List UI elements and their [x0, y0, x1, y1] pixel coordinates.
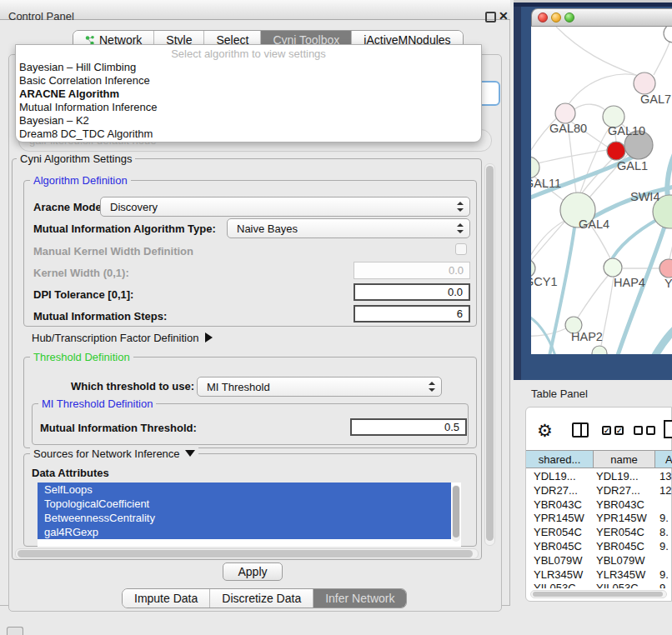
table-cell: YLR345W	[596, 568, 645, 581]
table-row[interactable]: YDR27...YDR27...12	[526, 483, 672, 498]
aracne-mode-select[interactable]: Discovery	[100, 197, 470, 217]
sources-group-title[interactable]: Sources for Network Inference	[30, 448, 198, 460]
table-row[interactable]: YDL19...YDL19...13	[526, 469, 672, 483]
expanded-arrow-icon	[185, 450, 195, 457]
table-row[interactable]: YBL079WYBL079W	[526, 553, 672, 568]
table-header-name[interactable]: name	[594, 450, 655, 468]
zoom-traffic-light[interactable]	[564, 12, 574, 22]
which-threshold-label: Which threshold to use:	[71, 380, 194, 392]
network-node[interactable]	[634, 72, 655, 94]
mi-algorithm-type-select[interactable]: Naive Bayes	[227, 218, 470, 238]
network-edge[interactable]	[654, 40, 670, 75]
table-cell: YER054C	[534, 526, 582, 538]
table-horizontal-scrollbar[interactable]	[530, 590, 667, 598]
network-node[interactable]	[659, 259, 672, 278]
unchecked-checkbox-icon[interactable]	[634, 426, 643, 435]
table-cell: YDL19...	[534, 470, 576, 482]
horizontal-scrollbar-thumb[interactable]	[18, 550, 473, 558]
network-canvas[interactable]: GAL7GAL80GAL10GAL1GAL11SWI4GAL4GCY1HAP4Y…	[531, 27, 672, 354]
data-attributes-list[interactable]: SelfLoopsTopologicalCoefficientBetweenne…	[38, 482, 461, 547]
split-columns-icon[interactable]	[572, 422, 589, 438]
algorithm-option[interactable]: Bayesian – K2	[16, 114, 481, 128]
network-edge[interactable]	[531, 221, 565, 262]
network-edge-highlighted[interactable]	[531, 314, 556, 354]
close-icon[interactable]: ✕	[499, 9, 509, 22]
network-edge[interactable]	[578, 276, 608, 318]
control-panel-titlebar[interactable]	[0, 0, 510, 20]
network-node[interactable]	[604, 258, 622, 277]
settings-horizontal-scrollbar[interactable]	[15, 548, 479, 559]
network-node-label: HAP4	[614, 276, 645, 289]
manual-kernel-width-checkbox[interactable]	[455, 243, 467, 255]
algorithm-option[interactable]: Mutual Information Inference	[16, 101, 481, 114]
tab-infer-network[interactable]: Infer Network	[313, 589, 406, 608]
data-attribute-item[interactable]: gal4RGexp	[38, 525, 451, 539]
mi-threshold-field[interactable]: 0.5	[350, 418, 467, 436]
table-cell: 9.	[659, 582, 669, 588]
apply-button[interactable]: Apply	[223, 562, 283, 581]
network-node[interactable]	[592, 346, 607, 354]
network-node[interactable]	[607, 142, 625, 160]
table-row[interactable]: YIL053CYIL053C9.	[526, 581, 672, 588]
table-row[interactable]: YER054CYER054C8.	[526, 525, 672, 539]
collapsed-arrow-icon	[205, 332, 213, 342]
table-row[interactable]: YBR043CYBR043C	[526, 498, 672, 512]
network-node-label: GAL1	[617, 159, 648, 172]
table-header-shared-name[interactable]: shared...	[526, 450, 594, 468]
table-cell: YBR045C	[534, 540, 582, 552]
hub-tf-definition-toggle[interactable]: Hub/Transcription Factor Definition	[32, 332, 213, 344]
algorithm-option[interactable]: Basic Correlation Inference	[16, 74, 481, 88]
table-scrollbar-thumb[interactable]	[533, 592, 663, 597]
float-window-icon[interactable]	[485, 12, 496, 22]
kernel-width-label: Kernel Width (0,1):	[33, 267, 129, 279]
network-node[interactable]	[664, 27, 672, 42]
network-node-label: HAP2	[571, 330, 603, 343]
table-row[interactable]: YBR045CYBR045C9.	[526, 539, 672, 553]
gear-icon[interactable]: ⚙	[537, 421, 553, 441]
vertical-scrollbar-thumb[interactable]	[486, 166, 494, 541]
network-node[interactable]	[555, 103, 575, 123]
network-node[interactable]	[531, 157, 539, 178]
data-attribute-item[interactable]: SelfLoops	[38, 482, 451, 497]
settings-vertical-scrollbar[interactable]	[484, 163, 495, 546]
list-scrollbar[interactable]	[452, 485, 460, 542]
table-header-partial[interactable]: A	[655, 450, 672, 468]
tab-impute-data[interactable]: Impute Data	[123, 589, 210, 608]
checked-checkbox-icon[interactable]: ✓	[614, 426, 624, 435]
network-edge[interactable]	[531, 328, 566, 336]
table-cell: YDR27...	[534, 484, 578, 497]
mi-steps-field[interactable]: 6	[354, 305, 470, 322]
document-icon[interactable]	[664, 420, 672, 438]
checked-checkbox-icon[interactable]: ✓	[602, 426, 611, 435]
data-attribute-item[interactable]: TopologicalCoefficient	[38, 497, 451, 511]
algorithm-option[interactable]: Bayesian – Hill Climbing	[16, 61, 481, 74]
close-traffic-light[interactable]	[538, 12, 548, 22]
network-edge[interactable]	[556, 27, 636, 75]
network-edge[interactable]	[601, 277, 614, 346]
data-attribute-item[interactable]: BetweennessCentrality	[38, 511, 451, 525]
network-node-label: GAL80	[549, 122, 587, 135]
table-row[interactable]: YLR345WYLR345W9.	[526, 568, 672, 582]
mi-threshold-definition-title: MI Threshold Definition	[38, 398, 156, 410]
dpi-tolerance-field[interactable]: 0.0	[354, 283, 470, 301]
table-row[interactable]: YPR145WYPR145W9.	[526, 511, 672, 525]
kernel-width-field[interactable]: 0.0	[354, 262, 470, 279]
aracne-mode-label: Aracne Mode:	[33, 201, 105, 213]
algorithm-option[interactable]: Dream8 DC_TDC Algorithm	[16, 128, 481, 141]
network-edge[interactable]	[580, 128, 609, 192]
network-edge-highlighted[interactable]	[654, 318, 672, 354]
stepper-arrows-icon	[428, 382, 434, 392]
unchecked-checkbox-icon[interactable]	[646, 426, 655, 435]
control-panel-title: Control Panel	[8, 10, 74, 22]
table-cell: 8.	[659, 526, 669, 538]
network-node-label: GAL11	[531, 177, 561, 190]
table-cell: 9.	[659, 540, 669, 552]
minimize-traffic-light[interactable]	[551, 12, 561, 22]
network-edge[interactable]	[569, 74, 641, 104]
which-threshold-select[interactable]: MI Threshold	[197, 377, 442, 397]
network-edge[interactable]	[574, 104, 606, 111]
list-scrollbar-thumb[interactable]	[453, 486, 459, 538]
algorithm-list: Bayesian – Hill ClimbingBasic Correlatio…	[16, 61, 481, 141]
algorithm-option[interactable]: ARACNE Algorithm	[16, 88, 481, 101]
tab-discretize-data[interactable]: Discretize Data	[210, 589, 313, 608]
